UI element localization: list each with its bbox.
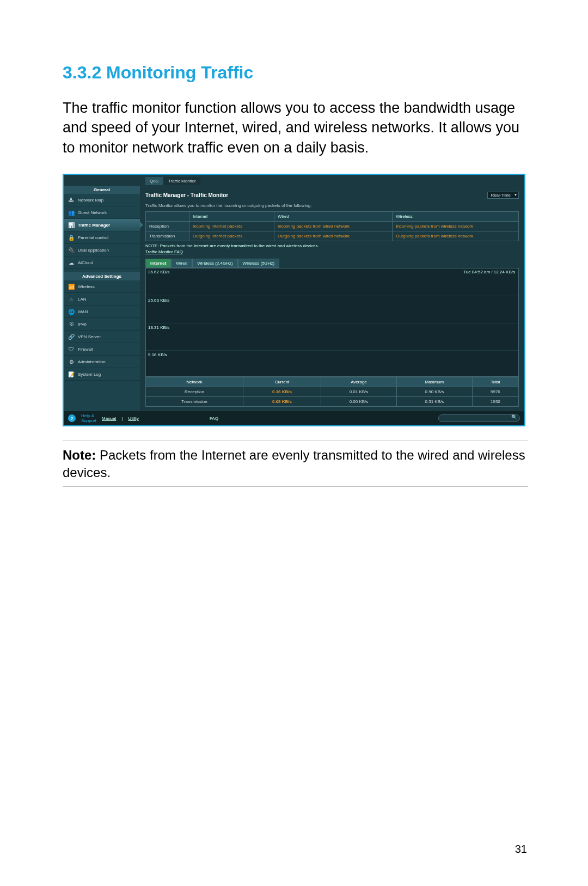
chart-tab-internet[interactable]: Internet — [145, 259, 171, 268]
page-number: 31 — [515, 843, 527, 856]
footer-faq-label: FAQ — [210, 416, 218, 421]
y-axis-label: 9.16 KB/s — [148, 352, 167, 357]
row-label: Reception — [146, 222, 189, 231]
sidebar-item-network-map[interactable]: 🖧Network Map — [64, 194, 140, 206]
sidebar-item-vpn-server[interactable]: 🔗VPN Server — [64, 331, 140, 343]
sidebar-item-firewall[interactable]: 🛡Firewall — [64, 343, 140, 356]
sidebar-item-label: IPv6 — [78, 322, 87, 327]
stats-cell: 0.16 KB/s — [243, 387, 321, 397]
y-axis-label: 25.63 KB/s — [148, 298, 169, 303]
table-header: Internet — [189, 212, 274, 222]
sidebar-icon: ⑥ — [68, 321, 75, 327]
chart-tab-wired[interactable]: Wired — [171, 259, 192, 268]
sidebar-icon: 📶 — [68, 283, 75, 290]
sidebar-item-label: WAN — [78, 309, 88, 314]
table-note: NOTE: Packets from the Internet are even… — [145, 243, 519, 248]
stats-header: Maximum — [396, 377, 472, 387]
sidebar-item-label: System Log — [78, 372, 101, 377]
utility-link[interactable]: Utility — [128, 416, 139, 421]
search-input[interactable] — [438, 414, 520, 422]
sidebar-item-label: VPN Server — [78, 334, 101, 339]
traffic-link[interactable]: Incoming internet packets — [193, 224, 242, 229]
sidebar-icon: 🖧 — [68, 197, 75, 203]
sidebar-icon: 🔒 — [68, 234, 75, 241]
time-range-dropdown[interactable]: Real-Time — [487, 192, 519, 199]
sidebar-icon: 🌐 — [68, 308, 75, 315]
tab-qos[interactable]: QoS — [145, 177, 163, 185]
stats-header: Total — [472, 377, 518, 387]
sidebar-item-label: Wireless — [78, 284, 95, 289]
chart-tab-wireless-5ghz-[interactable]: Wireless (5GHz) — [238, 259, 280, 268]
traffic-link[interactable]: Outgoing packets from wired network — [278, 234, 350, 239]
traffic-link[interactable]: Outgoing internet packets — [193, 234, 242, 239]
top-tabs: QoS Traffic Monitor — [145, 177, 519, 185]
sidebar-item-label: AiCloud — [78, 260, 93, 265]
main-panel: QoS Traffic Monitor Traffic Manager - Tr… — [140, 175, 524, 411]
sidebar: General 🖧Network Map👥Guest Network📊Traff… — [64, 175, 140, 411]
sidebar-icon: ☁ — [68, 259, 75, 266]
sidebar-item-label: Traffic Manager — [78, 223, 110, 228]
router-ui-screenshot: General 🖧Network Map👥Guest Network📊Traff… — [63, 174, 525, 426]
stats-header: Current — [243, 377, 321, 387]
help-support-link[interactable]: Help & Support — [81, 413, 96, 423]
stats-cell: 0.31 KB/s — [396, 397, 472, 407]
sidebar-item-traffic-manager[interactable]: 📊Traffic Manager — [64, 219, 140, 231]
sidebar-header-advanced: Advanced Settings — [64, 272, 140, 280]
traffic-link[interactable]: Incoming packets from wireless network — [396, 224, 473, 229]
sidebar-icon: 🔗 — [68, 333, 75, 340]
sidebar-header-general: General — [64, 186, 140, 194]
traffic-link[interactable]: Incoming packets from wired network — [278, 224, 350, 229]
sidebar-item-guest-network[interactable]: 👥Guest Network — [64, 206, 140, 219]
sidebar-item-wireless[interactable]: 📶Wireless — [64, 280, 140, 293]
note-label: Note: — [63, 448, 96, 462]
sidebar-item-system-log[interactable]: 📝System Log — [64, 368, 140, 381]
sidebar-item-administration[interactable]: ⚙Administration — [64, 356, 140, 368]
network-stats-table: NetworkCurrentAverageMaximumTotal Recept… — [145, 377, 519, 407]
sidebar-icon: 📊 — [68, 222, 75, 228]
traffic-chart: Tue 04:52 am / 12.24 KB/s 36.62 KB/s 25.… — [145, 268, 519, 377]
stats-row-label: Reception — [146, 387, 243, 397]
y-axis-label: 18.31 KB/s — [148, 325, 169, 330]
stats-cell: 1930 — [472, 397, 518, 407]
stats-cell: 0.90 KB/s — [396, 387, 472, 397]
faq-link[interactable]: Traffic Monitor FAQ — [145, 249, 519, 254]
chart-tabs: InternetWiredWireless (2.4GHz)Wireless (… — [145, 259, 519, 268]
sidebar-item-ipv6[interactable]: ⑥IPv6 — [64, 318, 140, 331]
sidebar-icon: 👥 — [68, 209, 75, 216]
stats-header: Average — [321, 377, 397, 387]
sidebar-item-label: Administration — [78, 359, 106, 364]
body-paragraph: The traffic monitor function allows you … — [63, 98, 528, 157]
help-icon[interactable]: ? — [68, 414, 76, 422]
section-heading: 3.3.2 Monitoring Traffic — [63, 63, 528, 83]
stats-cell: 0.00 KB/s — [321, 397, 397, 407]
sidebar-item-label: Parental control — [78, 235, 108, 240]
sidebar-icon: 🔌 — [68, 247, 75, 253]
table-header — [146, 212, 189, 222]
panel-title: Traffic Manager - Traffic Monitor — [145, 192, 228, 198]
sidebar-item-label: Network Map — [78, 198, 103, 203]
chart-tab-wireless-2-4ghz-[interactable]: Wireless (2.4GHz) — [192, 259, 237, 268]
document-note: Note: Packets from the Internet are even… — [63, 441, 528, 486]
sidebar-item-usb-application[interactable]: 🔌USB application — [64, 244, 140, 256]
y-axis-label: 36.62 KB/s — [148, 270, 169, 274]
stats-cell: 0.01 KB/s — [321, 387, 397, 397]
panel-description: Traffic Monitor allows you to monitor th… — [145, 203, 519, 208]
footer-bar: ? Help & Support Manual | Utility FAQ — [64, 411, 524, 425]
sidebar-icon: 🛡 — [68, 346, 75, 352]
manual-link[interactable]: Manual — [102, 416, 116, 421]
sidebar-icon: ⚙ — [68, 358, 75, 365]
stats-cell: 5976 — [472, 387, 518, 397]
sidebar-item-label: USB application — [78, 248, 109, 253]
note-text: Packets from the Internet are evenly tra… — [63, 448, 525, 479]
sidebar-item-parental-control[interactable]: 🔒Parental control — [64, 231, 140, 244]
sidebar-item-wan[interactable]: 🌐WAN — [64, 305, 140, 318]
traffic-directions-table: InternetWiredWireless ReceptionIncoming … — [145, 211, 519, 241]
table-header: Wireless — [393, 212, 519, 222]
sidebar-item-aicloud[interactable]: ☁AiCloud — [64, 256, 140, 269]
sidebar-setup-row — [64, 175, 140, 186]
traffic-link[interactable]: Outgoing packets from wireless network — [396, 234, 473, 239]
stats-cell: 0.08 KB/s — [243, 397, 321, 407]
stats-row-label: Transmission — [146, 397, 243, 407]
tab-traffic-monitor[interactable]: Traffic Monitor — [164, 177, 200, 185]
sidebar-item-lan[interactable]: ⌂LAN — [64, 293, 140, 305]
